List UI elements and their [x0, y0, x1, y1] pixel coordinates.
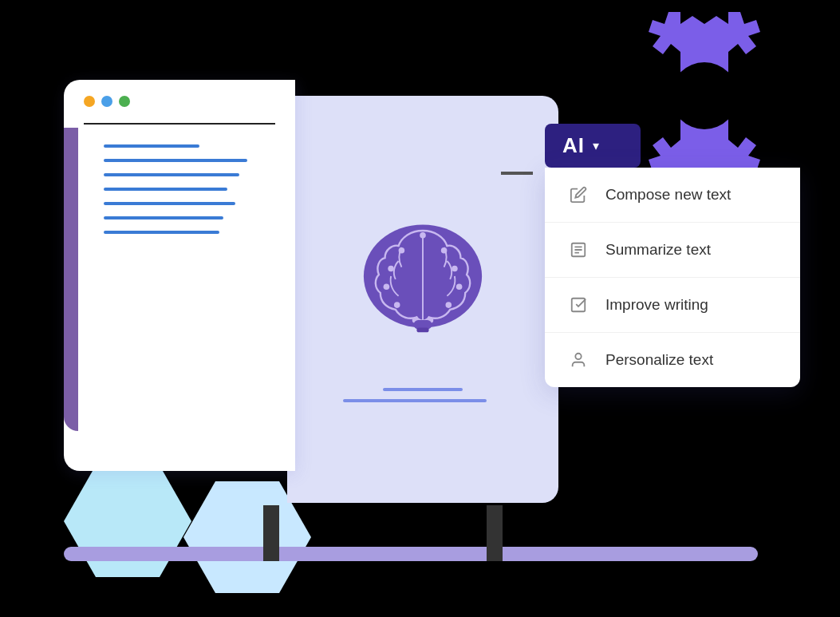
- ai-dropdown-container: AI ▾ Compose new text: [545, 124, 800, 387]
- window-controls: [84, 96, 275, 107]
- book-right-page: [287, 96, 558, 503]
- svg-point-5: [384, 284, 390, 291]
- summarize-icon: [567, 239, 590, 261]
- dot-green: [119, 96, 130, 107]
- svg-point-3: [399, 247, 405, 254]
- pipe-connector-left: [263, 505, 279, 561]
- ai-label: AI: [562, 133, 585, 158]
- svg-point-11: [452, 266, 458, 272]
- text-line-6: [104, 216, 223, 220]
- svg-rect-20: [572, 299, 586, 312]
- text-line-4: [104, 188, 227, 191]
- text-lines-right: [343, 388, 503, 402]
- dropdown-item-summarize[interactable]: Summarize text: [545, 223, 800, 278]
- dropdown-item-personalize[interactable]: Personalize text: [545, 333, 800, 387]
- connector-line: [501, 172, 533, 175]
- text-line-2: [104, 159, 247, 162]
- dropdown-item-improve[interactable]: Improve writing: [545, 278, 800, 333]
- compose-icon: [567, 184, 590, 206]
- improve-label: Improve writing: [605, 296, 708, 314]
- svg-point-12: [441, 247, 448, 254]
- svg-point-0: [671, 62, 738, 129]
- svg-point-6: [394, 302, 400, 308]
- dropdown-item-compose[interactable]: Compose new text: [545, 168, 800, 223]
- dropdown-menu: Compose new text Summarize text: [545, 168, 800, 387]
- dot-yellow: [84, 96, 95, 107]
- improve-icon: [567, 294, 590, 316]
- svg-rect-15: [416, 328, 428, 333]
- brain-icon: [343, 196, 503, 356]
- svg-point-9: [446, 302, 452, 308]
- dot-blue: [101, 96, 112, 107]
- text-lines-left: [104, 144, 275, 234]
- text-line-3: [104, 173, 239, 176]
- svg-point-21: [575, 354, 581, 359]
- pipe-connector-right: [487, 505, 503, 561]
- book-container: [64, 80, 558, 511]
- bottom-bar: [64, 547, 758, 561]
- right-line-2: [343, 399, 487, 402]
- svg-point-13: [420, 232, 426, 239]
- summarize-label: Summarize text: [605, 241, 711, 259]
- svg-point-10: [456, 284, 463, 291]
- personalize-icon: [567, 349, 590, 371]
- text-line-1: [104, 144, 199, 148]
- text-line-5: [104, 202, 235, 205]
- sidebar-bar: [64, 128, 78, 431]
- ai-button[interactable]: AI ▾: [545, 124, 641, 168]
- compose-label: Compose new text: [605, 186, 731, 204]
- divider-line: [84, 123, 275, 125]
- personalize-label: Personalize text: [605, 351, 713, 369]
- scene: AI ▾ Compose new text: [0, 0, 840, 617]
- text-line-7: [104, 231, 219, 234]
- right-line-1: [383, 388, 463, 391]
- ai-chevron-icon: ▾: [593, 138, 599, 153]
- book-left-page: [64, 80, 295, 471]
- svg-point-4: [388, 266, 394, 272]
